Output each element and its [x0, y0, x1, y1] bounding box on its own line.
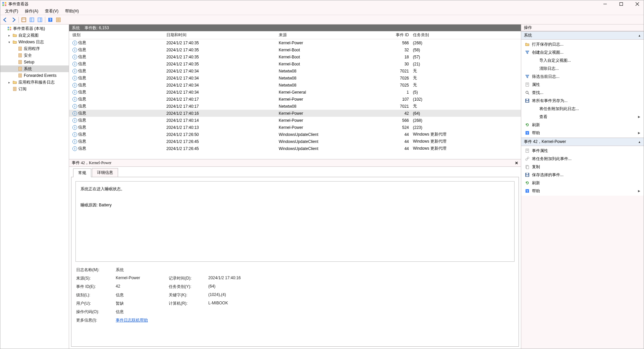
- action-item[interactable]: 创建自定义视图...: [521, 48, 644, 56]
- event-row[interactable]: i信息2024/1/2 17:40:34Netwtw087021无: [69, 67, 521, 74]
- event-row[interactable]: i信息2024/1/2 17:40:35Kernel-Power566(268): [69, 39, 521, 46]
- action-item[interactable]: 将任务附加到此日志...: [521, 105, 644, 113]
- event-row[interactable]: i信息2024/1/2 17:40:17Netwtw087021无: [69, 103, 521, 110]
- action-item[interactable]: 事件属性: [521, 147, 644, 155]
- action-label: 将所有事件另存为...: [532, 98, 640, 104]
- event-row[interactable]: i信息2024/1/2 17:40:34Netwtw087025无: [69, 82, 521, 89]
- tree-item[interactable]: 应用程序: [0, 45, 69, 52]
- svg-text:?: ?: [526, 190, 528, 193]
- cell-eventid: 7025: [376, 83, 411, 88]
- event-row[interactable]: i信息2024/1/2 17:40:34Kernel-General1(5): [69, 89, 521, 96]
- menu-item[interactable]: 帮助(H): [62, 8, 82, 15]
- col-level[interactable]: 级别: [70, 32, 164, 38]
- menu-item[interactable]: 文件(F): [2, 8, 21, 15]
- cell-datetime: 2024/1/2 17:40:35: [164, 48, 277, 52]
- event-message: 系统正在进入睡眠状态。 睡眠原因: Battery: [75, 181, 515, 262]
- expander-icon[interactable]: ▾: [7, 40, 11, 44]
- maximize-button[interactable]: [616, 0, 626, 8]
- action-item[interactable]: 导入自定义视图...: [521, 56, 644, 64]
- tree-item-icon: [17, 46, 23, 51]
- tree-item[interactable]: Forwarded Events: [0, 72, 69, 79]
- action-item[interactable]: ?帮助▶: [521, 187, 644, 195]
- event-row[interactable]: i信息2024/1/2 17:26:45WindowsUpdateClient4…: [69, 145, 521, 152]
- forward-button[interactable]: [10, 16, 17, 23]
- event-row[interactable]: i信息2024/1/2 17:40:17Kernel-Power107(102): [69, 96, 521, 103]
- menu-item[interactable]: 操作(A): [21, 8, 42, 15]
- actions-section-system-label: 系统: [524, 33, 532, 38]
- tree-item-icon: [12, 86, 17, 92]
- tree-item-icon: [12, 80, 17, 85]
- close-button[interactable]: [632, 0, 642, 8]
- tree-item-icon: [17, 73, 23, 78]
- panel-button-2[interactable]: [36, 16, 44, 23]
- tree-item-label: 订阅: [18, 86, 26, 92]
- tree-item[interactable]: ▸自定义视图: [0, 32, 69, 39]
- action-label: 导入自定义视图...: [539, 58, 640, 63]
- list-button[interactable]: [55, 16, 62, 23]
- action-item[interactable]: 属性: [521, 81, 644, 89]
- event-row[interactable]: i信息2024/1/2 17:40:35Kernel-Boot32(58): [69, 46, 521, 53]
- lbl-taskcat: 任务类别(Y):: [169, 284, 206, 290]
- col-category[interactable]: 任务类别: [411, 32, 521, 38]
- minimize-button[interactable]: [600, 0, 610, 8]
- action-item[interactable]: 筛选当前日志...: [521, 72, 644, 81]
- svg-rect-20: [8, 27, 9, 28]
- action-item[interactable]: 查找...: [521, 89, 644, 97]
- action-item[interactable]: ?帮助▶: [521, 129, 644, 137]
- tab-details[interactable]: 详细信息: [92, 168, 118, 177]
- cell-category: (57): [411, 55, 521, 59]
- tree-item[interactable]: Setup: [0, 59, 69, 65]
- event-row[interactable]: i信息2024/1/2 17:40:34Netwtw087026无: [69, 74, 521, 82]
- menu-item[interactable]: 查看(V): [42, 8, 62, 15]
- tree-item[interactable]: ▸应用程序和服务日志: [0, 79, 69, 86]
- actions-section-system[interactable]: 系统 ▲: [521, 31, 644, 40]
- action-item[interactable]: 查看▶: [521, 113, 644, 121]
- tree-item[interactable]: 系统: [0, 65, 69, 72]
- event-row[interactable]: i信息2024/1/2 17:40:35Kernel-Boot30(21): [69, 60, 521, 67]
- tree-item[interactable]: 安全: [0, 52, 69, 59]
- help-button[interactable]: ?: [47, 16, 54, 23]
- action-item[interactable]: 清除日志...: [521, 64, 644, 72]
- expander-icon[interactable]: ▸: [7, 34, 11, 37]
- nav-tree[interactable]: 事件查看器 (本地) ▸自定义视图▾Windows 日志应用程序安全Setup系…: [0, 24, 69, 349]
- event-row[interactable]: i信息2024/1/2 17:26:45WindowsUpdateClient4…: [69, 138, 521, 145]
- action-item[interactable]: 复制: [521, 163, 644, 171]
- actions-section-event[interactable]: 事件 42，Kernel-Power ▲: [521, 138, 644, 146]
- lbl-more: 更多信息(I):: [76, 317, 113, 323]
- action-item[interactable]: 刷新: [521, 179, 644, 187]
- tree-root[interactable]: 事件查看器 (本地): [0, 25, 69, 32]
- cell-level: 信息: [78, 146, 86, 151]
- action-item[interactable]: 将任务附加到此事件...: [521, 155, 644, 163]
- actions-section-event-label: 事件 42，Kernel-Power: [524, 139, 566, 145]
- refresh-icon: [525, 122, 530, 128]
- event-row[interactable]: i信息2024/1/2 17:40:16Kernel-Power42(64): [69, 110, 521, 117]
- tab-general[interactable]: 常规: [73, 168, 91, 177]
- col-source[interactable]: 来源: [277, 32, 376, 38]
- cell-source: Kernel-General: [277, 90, 376, 95]
- action-item[interactable]: 保存选择的事件...: [521, 171, 644, 179]
- submenu-arrow-icon: ▶: [638, 115, 640, 118]
- detail-close-button[interactable]: ✕: [515, 161, 518, 165]
- action-label: 帮助: [532, 188, 636, 194]
- tree-item[interactable]: 订阅: [0, 86, 69, 92]
- action-item[interactable]: 打开保存的日志...: [521, 40, 644, 48]
- action-label: 帮助: [532, 130, 636, 136]
- action-label: 清除日志...: [539, 66, 640, 71]
- tree-item[interactable]: ▾Windows 日志: [0, 39, 69, 45]
- tree-item-icon: [12, 39, 17, 45]
- val-level: 信息: [116, 292, 166, 298]
- event-row[interactable]: i信息2024/1/2 17:26:50WindowsUpdateClient4…: [69, 131, 521, 138]
- event-row[interactable]: i信息2024/1/2 17:40:14Kernel-Power566(268): [69, 117, 521, 124]
- back-button[interactable]: [2, 16, 9, 23]
- event-row[interactable]: i信息2024/1/2 17:40:35Kernel-Boot18(57): [69, 53, 521, 60]
- col-datetime[interactable]: 日期和时间: [164, 32, 277, 38]
- panel-button-1[interactable]: [28, 16, 36, 23]
- event-row[interactable]: i信息2024/1/2 17:40:13Kernel-Power524(223): [69, 124, 521, 131]
- col-eventid[interactable]: 事件 ID: [376, 32, 411, 38]
- action-item[interactable]: 刷新: [521, 121, 644, 129]
- link-online-help[interactable]: 事件日志联机帮助: [116, 318, 148, 322]
- event-list-header[interactable]: 级别 日期和时间 来源 事件 ID 任务类别: [69, 31, 521, 39]
- show-hide-action-button[interactable]: [20, 16, 28, 23]
- action-item[interactable]: 将所有事件另存为...: [521, 97, 644, 105]
- expander-icon[interactable]: ▸: [7, 81, 11, 84]
